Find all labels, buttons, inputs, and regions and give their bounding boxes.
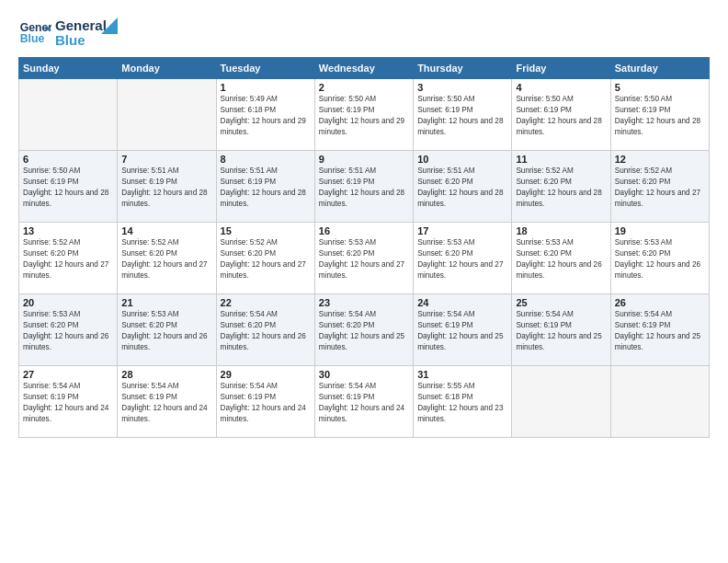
page: General Blue General Blue SundayMondayTu… [0, 0, 728, 563]
day-number: 28 [121, 369, 211, 380]
week-row-2: 6Sunrise: 5:50 AMSunset: 6:19 PMDaylight… [19, 151, 710, 223]
day-info: Sunrise: 5:52 AMSunset: 6:20 PMDaylight:… [615, 166, 705, 210]
day-info: Sunrise: 5:54 AMSunset: 6:19 PMDaylight:… [221, 381, 311, 425]
day-info: Sunrise: 5:53 AMSunset: 6:20 PMDaylight:… [319, 237, 409, 282]
calendar-cell [19, 79, 118, 151]
weekday-sunday: Sunday [19, 58, 118, 79]
day-info: Sunrise: 5:54 AMSunset: 6:19 PMDaylight:… [23, 381, 113, 425]
day-number: 22 [221, 297, 311, 308]
day-info: Sunrise: 5:52 AMSunset: 6:20 PMDaylight:… [221, 237, 311, 282]
day-info: Sunrise: 5:53 AMSunset: 6:20 PMDaylight:… [615, 237, 705, 282]
day-info: Sunrise: 5:52 AMSunset: 6:20 PMDaylight:… [516, 166, 606, 210]
week-row-5: 27Sunrise: 5:54 AMSunset: 6:19 PMDayligh… [19, 366, 710, 438]
day-number: 25 [516, 297, 606, 308]
calendar-cell: 17Sunrise: 5:53 AMSunset: 6:20 PMDayligh… [414, 223, 512, 294]
calendar-cell [610, 366, 709, 438]
day-number: 19 [615, 225, 705, 236]
header: General Blue General Blue [18, 17, 710, 50]
weekday-monday: Monday [118, 58, 216, 79]
day-number: 24 [417, 297, 507, 308]
logo-line1: General [55, 18, 107, 34]
svg-marker-4 [101, 17, 118, 34]
day-number: 14 [121, 225, 211, 236]
day-info: Sunrise: 5:50 AMSunset: 6:19 PMDaylight:… [417, 94, 507, 138]
calendar-cell: 5Sunrise: 5:50 AMSunset: 6:19 PMDaylight… [610, 79, 709, 151]
day-number: 31 [417, 369, 507, 380]
weekday-tuesday: Tuesday [216, 58, 314, 79]
day-number: 6 [23, 154, 113, 165]
calendar-cell: 15Sunrise: 5:52 AMSunset: 6:20 PMDayligh… [216, 223, 314, 294]
day-info: Sunrise: 5:54 AMSunset: 6:19 PMDaylight:… [417, 309, 507, 353]
calendar-table: SundayMondayTuesdayWednesdayThursdayFrid… [18, 57, 710, 438]
logo-line2: Blue [55, 33, 107, 49]
calendar-cell: 28Sunrise: 5:54 AMSunset: 6:19 PMDayligh… [118, 366, 216, 438]
day-number: 4 [516, 82, 606, 93]
day-info: Sunrise: 5:49 AMSunset: 6:18 PMDaylight:… [221, 94, 311, 138]
weekday-thursday: Thursday [414, 58, 512, 79]
day-info: Sunrise: 5:53 AMSunset: 6:20 PMDaylight:… [516, 237, 606, 282]
calendar-cell: 14Sunrise: 5:52 AMSunset: 6:20 PMDayligh… [118, 223, 216, 294]
day-info: Sunrise: 5:51 AMSunset: 6:19 PMDaylight:… [221, 166, 311, 210]
week-row-3: 13Sunrise: 5:52 AMSunset: 6:20 PMDayligh… [19, 223, 710, 294]
calendar-cell: 18Sunrise: 5:53 AMSunset: 6:20 PMDayligh… [512, 223, 610, 294]
calendar-cell: 7Sunrise: 5:51 AMSunset: 6:19 PMDaylight… [118, 151, 216, 223]
calendar-cell: 26Sunrise: 5:54 AMSunset: 6:19 PMDayligh… [610, 294, 709, 366]
day-number: 7 [121, 154, 211, 165]
day-number: 15 [221, 225, 311, 236]
day-number: 20 [23, 297, 113, 308]
day-info: Sunrise: 5:55 AMSunset: 6:18 PMDaylight:… [417, 381, 507, 425]
day-info: Sunrise: 5:54 AMSunset: 6:19 PMDaylight:… [319, 381, 409, 425]
calendar-cell: 2Sunrise: 5:50 AMSunset: 6:19 PMDaylight… [314, 79, 413, 151]
calendar-cell: 29Sunrise: 5:54 AMSunset: 6:19 PMDayligh… [216, 366, 314, 438]
weekday-saturday: Saturday [610, 58, 709, 79]
weekday-friday: Friday [512, 58, 610, 79]
calendar-cell: 8Sunrise: 5:51 AMSunset: 6:19 PMDaylight… [216, 151, 314, 223]
weekday-header-row: SundayMondayTuesdayWednesdayThursdayFrid… [19, 58, 710, 79]
day-number: 29 [221, 369, 311, 380]
day-info: Sunrise: 5:50 AMSunset: 6:19 PMDaylight:… [516, 94, 606, 138]
calendar-cell: 11Sunrise: 5:52 AMSunset: 6:20 PMDayligh… [512, 151, 610, 223]
calendar-cell: 4Sunrise: 5:50 AMSunset: 6:19 PMDaylight… [512, 79, 610, 151]
day-number: 10 [417, 154, 507, 165]
day-info: Sunrise: 5:51 AMSunset: 6:19 PMDaylight:… [121, 166, 211, 210]
calendar-cell: 22Sunrise: 5:54 AMSunset: 6:20 PMDayligh… [216, 294, 314, 366]
day-info: Sunrise: 5:54 AMSunset: 6:20 PMDaylight:… [221, 309, 311, 353]
calendar-cell: 25Sunrise: 5:54 AMSunset: 6:19 PMDayligh… [512, 294, 610, 366]
day-number: 16 [319, 225, 409, 236]
calendar-cell: 3Sunrise: 5:50 AMSunset: 6:19 PMDaylight… [414, 79, 512, 151]
day-info: Sunrise: 5:54 AMSunset: 6:19 PMDaylight:… [516, 309, 606, 353]
logo-text-block: General Blue [55, 18, 107, 49]
day-info: Sunrise: 5:51 AMSunset: 6:19 PMDaylight:… [319, 166, 409, 210]
day-number: 1 [221, 82, 311, 93]
day-number: 12 [615, 154, 705, 165]
calendar-cell: 27Sunrise: 5:54 AMSunset: 6:19 PMDayligh… [19, 366, 118, 438]
day-number: 30 [319, 369, 409, 380]
day-info: Sunrise: 5:53 AMSunset: 6:20 PMDaylight:… [121, 309, 211, 353]
calendar-cell: 1Sunrise: 5:49 AMSunset: 6:18 PMDaylight… [216, 79, 314, 151]
calendar-cell: 21Sunrise: 5:53 AMSunset: 6:20 PMDayligh… [118, 294, 216, 366]
day-number: 3 [417, 82, 507, 93]
day-number: 13 [23, 225, 113, 236]
calendar-cell: 31Sunrise: 5:55 AMSunset: 6:18 PMDayligh… [414, 366, 512, 438]
day-number: 5 [615, 82, 705, 93]
day-info: Sunrise: 5:54 AMSunset: 6:20 PMDaylight:… [319, 309, 409, 353]
calendar-cell: 9Sunrise: 5:51 AMSunset: 6:19 PMDaylight… [314, 151, 413, 223]
logo-icon: General Blue [18, 17, 51, 50]
calendar-cell: 23Sunrise: 5:54 AMSunset: 6:20 PMDayligh… [314, 294, 413, 366]
calendar-cell: 6Sunrise: 5:50 AMSunset: 6:19 PMDaylight… [19, 151, 118, 223]
day-info: Sunrise: 5:52 AMSunset: 6:20 PMDaylight:… [23, 237, 113, 282]
day-info: Sunrise: 5:53 AMSunset: 6:20 PMDaylight:… [23, 309, 113, 353]
calendar-cell: 16Sunrise: 5:53 AMSunset: 6:20 PMDayligh… [314, 223, 413, 294]
week-row-1: 1Sunrise: 5:49 AMSunset: 6:18 PMDaylight… [19, 79, 710, 151]
calendar-cell: 10Sunrise: 5:51 AMSunset: 6:20 PMDayligh… [414, 151, 512, 223]
day-info: Sunrise: 5:52 AMSunset: 6:20 PMDaylight:… [121, 237, 211, 282]
day-number: 18 [516, 225, 606, 236]
day-info: Sunrise: 5:54 AMSunset: 6:19 PMDaylight:… [121, 381, 211, 425]
calendar-cell [512, 366, 610, 438]
day-number: 2 [319, 82, 409, 93]
calendar-cell: 19Sunrise: 5:53 AMSunset: 6:20 PMDayligh… [610, 223, 709, 294]
week-row-4: 20Sunrise: 5:53 AMSunset: 6:20 PMDayligh… [19, 294, 710, 366]
logo-accent [101, 17, 118, 34]
logo: General Blue General Blue [18, 17, 118, 50]
calendar-cell: 20Sunrise: 5:53 AMSunset: 6:20 PMDayligh… [19, 294, 118, 366]
